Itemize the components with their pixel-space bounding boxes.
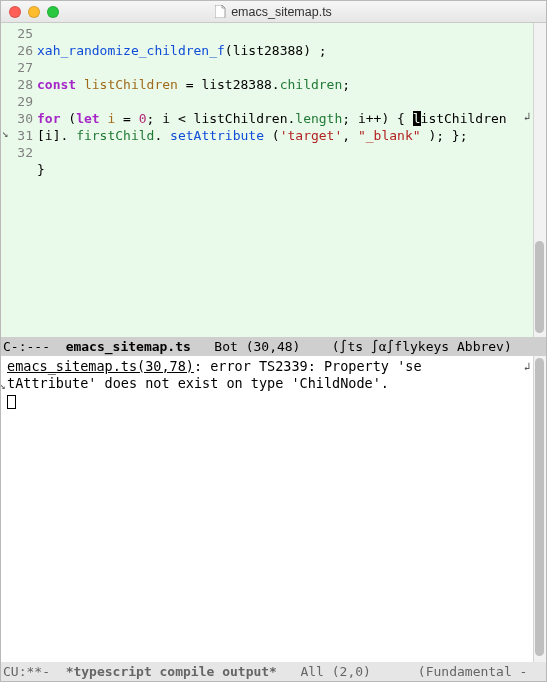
code-line: } [37, 161, 532, 178]
scrollbar[interactable] [533, 356, 546, 662]
code-line [37, 25, 532, 42]
modeline-top[interactable]: C-:--- emacs_sitemap.ts Bot (30,48) (∫ts… [1, 337, 546, 356]
text-cursor: l [413, 111, 421, 126]
wrap-glyph-left-icon: ↘ [1, 127, 9, 140]
title-text: emacs_sitemap.ts [231, 5, 332, 19]
modeline-position: Bot (30,48) [191, 339, 332, 354]
block-cursor-icon [7, 395, 16, 409]
scrollbar[interactable] [533, 23, 546, 337]
window-title: emacs_sitemap.ts [1, 5, 546, 19]
code-line: xah_randomize_children_f(list28388) ; [37, 42, 532, 59]
modeline-modes: (∫ts ∫α∫flykeys Abbrev) [332, 339, 512, 354]
code-line: for (let i = 0; i < listChildren.length;… [37, 110, 532, 127]
modeline-status: C-:--- [3, 339, 66, 354]
code-line-wrapped: [i]. firstChild. setAttribute ('target',… [37, 127, 532, 144]
line-number: 25 [1, 25, 33, 42]
modeline-buffer-name: emacs_sitemap.ts [66, 339, 191, 354]
line-number: 29 [1, 93, 33, 110]
compile-output: emacs_sitemap.ts(30,78): error TS2339: P… [1, 356, 546, 411]
code-content[interactable]: xah_randomize_children_f(list28388) ; co… [37, 25, 532, 178]
modeline-modes: (Fundamental - [418, 664, 528, 679]
output-pane[interactable]: emacs_sitemap.ts(30,78): error TS2339: P… [1, 356, 546, 662]
document-icon [215, 5, 226, 18]
code-line [37, 144, 532, 161]
line-number: 32 [1, 144, 33, 161]
scrollbar-thumb[interactable] [535, 358, 544, 656]
line-number: 27 [1, 59, 33, 76]
code-line [37, 93, 532, 110]
wrap-glyph-left-icon: ↘ [1, 377, 6, 394]
line-number-gutter: 25 26 27 28 29 30 31 32 [1, 23, 37, 337]
code-line: const listChildren = list28388.children; [37, 76, 532, 93]
line-number: 30 [1, 110, 33, 127]
line-number: 28 [1, 76, 33, 93]
wrap-glyph-right-icon: ↲ [523, 358, 530, 375]
modeline-position: All (2,0) [277, 664, 418, 679]
window-titlebar: emacs_sitemap.ts [1, 1, 546, 23]
wrap-glyph-right-icon: ↲ [523, 110, 530, 123]
output-line: emacs_sitemap.ts(30,78): error TS2339: P… [7, 358, 544, 375]
code-editor-pane[interactable]: 25 26 27 28 29 30 31 32 ↘ xah_randomize_… [1, 23, 546, 337]
code-line [37, 59, 532, 76]
modeline-bottom[interactable]: CU:**- *typescript compile output* All (… [1, 662, 546, 681]
scrollbar-thumb[interactable] [535, 241, 544, 333]
modeline-buffer-name: *typescript compile output* [66, 664, 277, 679]
modeline-status: CU:**- [3, 664, 66, 679]
line-number: 26 [1, 42, 33, 59]
frame: 25 26 27 28 29 30 31 32 ↘ xah_randomize_… [1, 23, 546, 681]
output-line: ↘tAttribute' does not exist on type 'Chi… [7, 375, 544, 392]
error-location[interactable]: emacs_sitemap.ts(30,78) [7, 358, 194, 374]
output-cursor-line [7, 392, 544, 409]
